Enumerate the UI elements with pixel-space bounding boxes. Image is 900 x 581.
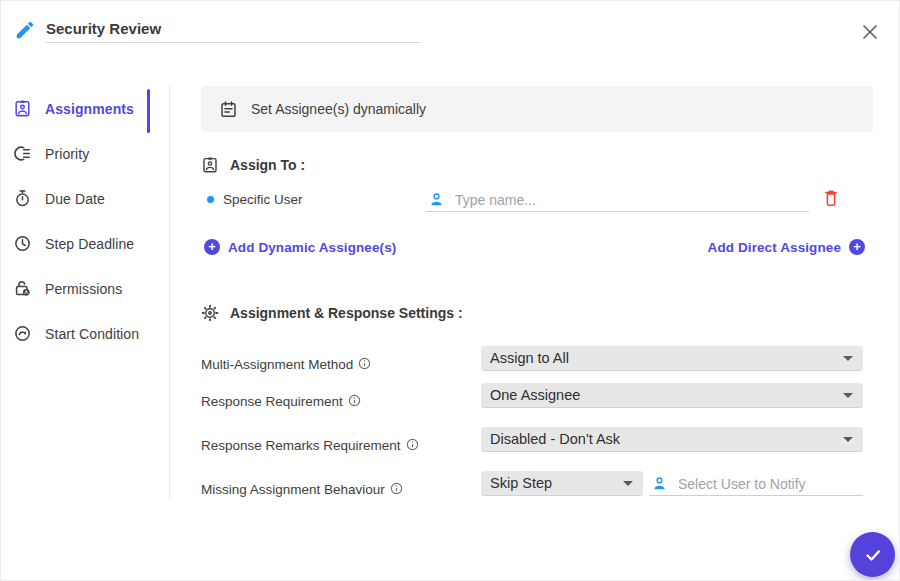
- sidebar-item-label: Step Deadline: [45, 236, 134, 252]
- missing-assignment-behaviour-select[interactable]: Skip Step: [481, 471, 643, 496]
- active-tab-indicator: [147, 89, 150, 133]
- sidebar-item-label: Permissions: [45, 281, 122, 297]
- add-direct-assignee-button[interactable]: Add Direct Assignee +: [708, 239, 865, 255]
- chevron-down-icon: [843, 437, 853, 442]
- add-dynamic-assignee-button[interactable]: + Add Dynamic Assignee(s): [204, 239, 396, 255]
- settings-sidebar: Assignments Priority Due Date Step Deadl…: [13, 86, 153, 356]
- notify-user-field: [649, 471, 863, 496]
- dynamic-assignee-banner[interactable]: Set Assignee(s) dynamically: [201, 86, 873, 132]
- sidebar-item-label: Assignments: [45, 101, 134, 117]
- person-icon: [651, 475, 668, 492]
- sidebar-item-start-condition[interactable]: Start Condition: [13, 311, 153, 356]
- info-icon[interactable]: [348, 393, 361, 406]
- response-requirement-label: Response Requirement: [201, 394, 361, 409]
- sidebar-item-label: Start Condition: [45, 326, 139, 342]
- step-title-input[interactable]: [46, 14, 421, 43]
- close-icon[interactable]: [858, 20, 882, 44]
- delete-assignee-icon[interactable]: [821, 188, 841, 208]
- lock-person-icon: [13, 279, 32, 298]
- assign-to-heading: Assign To :: [201, 156, 305, 174]
- chevron-down-icon: [623, 481, 633, 486]
- sidebar-item-step-deadline[interactable]: Step Deadline: [13, 221, 153, 266]
- plus-circle-icon: +: [204, 239, 220, 255]
- assignee-name-field: [426, 187, 809, 212]
- sidebar-item-label: Priority: [45, 146, 89, 162]
- person-icon: [428, 191, 445, 208]
- multi-assignment-method-select[interactable]: Assign to All: [481, 346, 863, 371]
- sidebar-item-assignments[interactable]: Assignments: [13, 86, 153, 131]
- response-remarks-requirement-select[interactable]: Disabled - Don't Ask: [481, 427, 863, 452]
- banner-label: Set Assignee(s) dynamically: [251, 101, 426, 117]
- sidebar-item-label: Due Date: [45, 191, 105, 207]
- priority-icon: [13, 144, 32, 163]
- assign-to-icon: [201, 156, 219, 174]
- add-direct-label: Add Direct Assignee: [708, 240, 841, 255]
- sidebar-divider: [169, 86, 170, 500]
- assignee-name-input[interactable]: [445, 192, 809, 211]
- info-icon[interactable]: [406, 437, 419, 450]
- add-dynamic-label: Add Dynamic Assignee(s): [228, 240, 396, 255]
- gear-icon: [201, 304, 219, 322]
- step-settings-dialog: Assignments Priority Due Date Step Deadl…: [0, 0, 900, 581]
- sidebar-item-permissions[interactable]: Permissions: [13, 266, 153, 311]
- response-requirement-select[interactable]: One Assignee: [481, 383, 863, 408]
- info-icon[interactable]: [358, 356, 371, 369]
- sidebar-item-due-date[interactable]: Due Date: [13, 176, 153, 221]
- chevron-down-icon: [843, 356, 853, 361]
- start-condition-icon: [13, 324, 32, 343]
- assign-to-label: Assign To :: [230, 157, 305, 173]
- settings-heading: Assignment & Response Settings :: [201, 304, 463, 322]
- assignee-type-row: Specific User: [207, 192, 303, 207]
- clock-icon: [13, 234, 32, 253]
- event-note-icon: [219, 100, 238, 119]
- plus-circle-icon: +: [849, 239, 865, 255]
- timer-icon: [13, 189, 32, 208]
- edit-pencil-icon[interactable]: [14, 19, 36, 41]
- missing-assignment-behaviour-label: Missing Assignment Behaviour: [201, 482, 403, 497]
- response-remarks-requirement-label: Response Remarks Requirement: [201, 438, 419, 453]
- bullet-icon: [207, 196, 214, 203]
- confirm-button[interactable]: [850, 532, 895, 577]
- assignee-type-label: Specific User: [223, 192, 303, 207]
- settings-heading-label: Assignment & Response Settings :: [230, 305, 463, 321]
- chevron-down-icon: [843, 393, 853, 398]
- sidebar-item-priority[interactable]: Priority: [13, 131, 153, 176]
- assignments-icon: [13, 99, 32, 118]
- notify-user-input[interactable]: [668, 476, 863, 495]
- multi-assignment-method-label: Multi-Assignment Method: [201, 357, 371, 372]
- info-icon[interactable]: [390, 481, 403, 494]
